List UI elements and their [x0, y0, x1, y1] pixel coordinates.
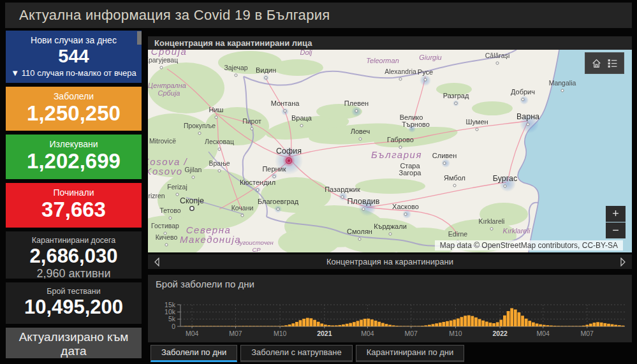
svg-text:Kosovo: Kosovo [148, 166, 183, 177]
chart-axes [177, 305, 625, 328]
svg-text:България: България [371, 149, 422, 160]
svg-text:Alexandria: Alexandria [384, 68, 416, 75]
svg-text:Ferizaj: Ferizaj [167, 183, 187, 191]
covid-dashboard: Актуална информация за Covid 19 в Българ… [0, 0, 637, 364]
svg-text:Врање: Врање [209, 159, 230, 167]
daily-cases-chart-panel: Брой заболели по дни 05k10k15kM04M07M102… [148, 275, 632, 342]
home-icon[interactable] [591, 58, 602, 69]
stat-card-recovered: Излекувани 1,202,699 [6, 135, 142, 179]
svg-text:Kırklareli: Kırklareli [479, 217, 505, 225]
svg-text:Гостивар: Гостивар [151, 222, 179, 229]
chart-panel-title: Брой заболели по дни [148, 275, 632, 290]
stat-title: Брой тествани [6, 282, 142, 296]
stat-title: Актуализирано към дата [6, 330, 142, 358]
tab-cumulative-cases[interactable]: Заболели с натрупване [240, 345, 353, 362]
svg-text:Dolj: Dolj [300, 50, 313, 56]
chevron-left-icon[interactable] [154, 258, 160, 266]
svg-text:Видин: Видин [256, 66, 276, 74]
map-attribution: Map data © OpenStreetMap contributors, C… [435, 240, 623, 251]
svg-text:Русе: Русе [418, 68, 433, 76]
svg-text:15k: 15k [165, 301, 176, 309]
svg-text:Скопје: Скопје [180, 196, 204, 205]
svg-text:10k: 10k [165, 308, 176, 316]
svg-text:0: 0 [172, 323, 175, 330]
page-title: Актуална информация за Covid 19 в Българ… [19, 7, 330, 24]
map-canvas[interactable]: СрбијаКрагујевацЗајечарВидинDoljTeleorma… [148, 50, 632, 252]
stat-card-infected: Заболели 1,250,250 [6, 87, 142, 131]
svg-text:Сливен: Сливен [432, 152, 457, 159]
svg-text:Централна: Централна [148, 82, 186, 89]
stat-value: 1,202,699 [6, 149, 142, 173]
tab-daily-quarantined[interactable]: Карантинирани по дни [356, 345, 465, 362]
chart-canvas: 05k10k15kM04M07M102021M04M07M102022M04M0… [148, 290, 632, 342]
stat-card-deaths: Починали 37,663 [6, 183, 142, 228]
svg-text:Mangalia: Mangalia [549, 79, 576, 87]
svg-text:Добрич: Добрич [511, 88, 535, 96]
map-panel: Концентрация на карантинирани лица [148, 36, 632, 269]
svg-text:Македонија: Македонија [180, 234, 241, 245]
stat-delta: ▼ 110 случая по-малко от вчера [6, 67, 142, 78]
stat-title: Починали [6, 183, 142, 198]
stat-card-tested: Брой тествани 10,495,200 [6, 282, 142, 324]
svg-text:Перник: Перник [262, 165, 286, 173]
stat-card-new-cases: Нови случаи за днес 544 ▼ 110 случая по-… [6, 31, 142, 83]
carousel-label: Концентрация на карантинирани [148, 257, 632, 266]
svg-text:Лесковац: Лесковац [205, 138, 234, 145]
svg-text:Кърджали: Кърджали [374, 222, 407, 230]
svg-text:M07: M07 [405, 330, 418, 337]
bottom-tabs: Заболели по дни Заболели с натрупване Ка… [150, 345, 464, 362]
stat-value: 37,663 [6, 198, 142, 222]
legend-icon[interactable] [607, 58, 618, 69]
svg-text:Пирот: Пирот [242, 117, 261, 125]
zoom-out-button[interactable]: − [606, 222, 626, 238]
svg-text:Gjilan: Gjilan [185, 166, 202, 173]
stat-subtitle: 2,960 активни [6, 267, 142, 279]
svg-text:Враца: Враца [291, 114, 312, 122]
svg-text:Кичево: Кичево [156, 233, 178, 241]
stat-title: Карантинирани досега [6, 231, 142, 245]
stat-title: Нови случаи за днес [6, 31, 142, 45]
svg-text:2021: 2021 [317, 330, 332, 337]
svg-text:Србија: Србија [158, 89, 180, 97]
svg-text:M07: M07 [229, 330, 242, 337]
stat-delta-text: 110 случая по-малко от вчера [22, 68, 136, 78]
svg-text:Călărași: Călărași [485, 52, 510, 59]
svg-text:Ямбол: Ямбол [444, 174, 465, 182]
sidebar-scrollbar-thumb[interactable] [137, 31, 142, 45]
svg-text:Зајечар: Зајечар [224, 64, 247, 71]
svg-text:Кочани: Кочани [231, 204, 254, 212]
stat-value: 1,250,250 [6, 101, 142, 126]
svg-text:Југоисточен: Југоисточен [236, 239, 274, 246]
map-panel-title: Концентрация на карантинирани лица [148, 36, 632, 50]
svg-text:Шумен: Шумен [465, 118, 488, 126]
svg-text:Загора: Загора [399, 169, 422, 177]
svg-text:Teleorman: Teleorman [366, 57, 399, 64]
svg-text:Търново: Търново [402, 120, 430, 128]
svg-text:Габрово: Габрово [387, 136, 414, 143]
svg-text:Монтана: Монтана [271, 99, 300, 107]
stat-title: Заболели [6, 87, 142, 101]
svg-text:Кюстендил: Кюстендил [240, 178, 275, 186]
svg-text:Прокупље: Прокупље [184, 122, 216, 129]
svg-text:Kırklareli: Kırklareli [503, 227, 531, 235]
svg-text:СР: СР [252, 246, 261, 252]
svg-text:M04: M04 [537, 330, 550, 337]
page-title-bar: Актуална информация за Covid 19 в Българ… [5, 3, 632, 28]
chevron-right-icon[interactable] [620, 258, 626, 266]
zoom-in-button[interactable]: + [606, 206, 626, 222]
svg-text:2022: 2022 [492, 330, 508, 337]
svg-text:Варна: Варна [516, 112, 539, 121]
svg-text:M10: M10 [449, 330, 462, 337]
svg-text:Смолян: Смолян [347, 228, 372, 235]
map-zoom-control: + − [606, 206, 626, 238]
svg-text:Пазарджик: Пазарджик [325, 186, 360, 193]
svg-text:София: София [276, 147, 302, 156]
tab-daily-cases[interactable]: Заболели по дни [150, 345, 237, 362]
svg-text:Благоевград: Благоевград [258, 198, 299, 205]
svg-text:Mitrovicë: Mitrovicë [149, 137, 176, 145]
map-toolbar [585, 52, 624, 74]
svg-text:Разград: Разград [443, 92, 469, 99]
svg-text:Крагујевац: Крагујевац [148, 56, 178, 64]
stat-card-updated: Актуализирано към дата 15/09/2022 [6, 328, 142, 358]
svg-text:Ловеч: Ловеч [351, 127, 370, 135]
